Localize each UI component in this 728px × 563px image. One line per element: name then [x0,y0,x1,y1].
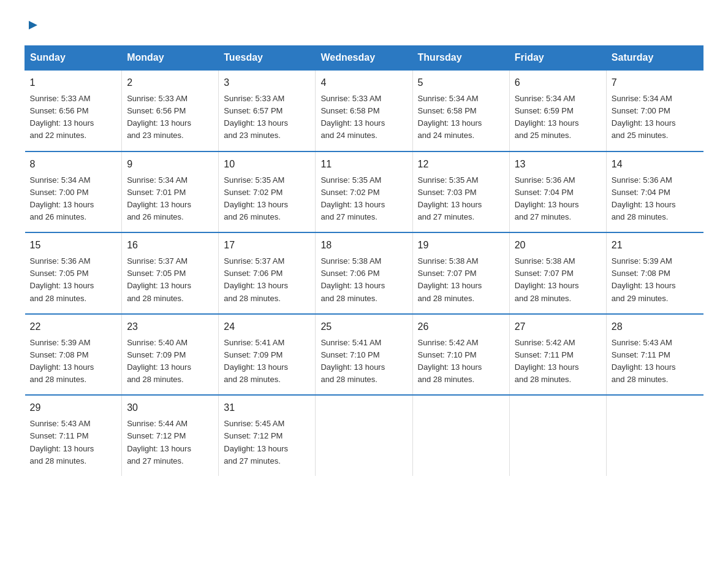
day-info: Sunrise: 5:33 AM Sunset: 6:56 PM Dayligh… [30,93,117,142]
day-number: 8 [30,157,117,172]
day-number: 14 [612,157,699,172]
calendar-week-3: 15Sunrise: 5:36 AM Sunset: 7:05 PM Dayli… [25,232,703,314]
day-info: Sunrise: 5:38 AM Sunset: 7:06 PM Dayligh… [320,255,407,305]
day-number: 20 [515,238,601,253]
day-info: Sunrise: 5:38 AM Sunset: 7:07 PM Dayligh… [418,255,504,305]
calendar-cell: 22Sunrise: 5:39 AM Sunset: 7:08 PM Dayli… [25,314,122,396]
day-number: 25 [320,320,407,334]
calendar-cell: 9Sunrise: 5:34 AM Sunset: 7:01 PM Daylig… [122,151,219,233]
day-info: Sunrise: 5:39 AM Sunset: 7:08 PM Dayligh… [612,255,699,305]
day-info: Sunrise: 5:35 AM Sunset: 7:02 PM Dayligh… [320,174,407,224]
day-number: 24 [224,320,310,334]
day-number: 12 [418,157,504,172]
day-info: Sunrise: 5:45 AM Sunset: 7:12 PM Dayligh… [224,418,310,467]
calendar-cell: 20Sunrise: 5:38 AM Sunset: 7:07 PM Dayli… [509,232,606,314]
day-number: 31 [224,400,310,415]
day-number: 21 [612,238,699,253]
day-number: 19 [418,238,504,253]
day-info: Sunrise: 5:33 AM Sunset: 6:58 PM Dayligh… [320,93,407,142]
day-info: Sunrise: 5:39 AM Sunset: 7:08 PM Dayligh… [30,337,117,386]
calendar-cell: 8Sunrise: 5:34 AM Sunset: 7:00 PM Daylig… [25,151,122,233]
day-info: Sunrise: 5:33 AM Sunset: 6:56 PM Dayligh… [127,93,213,142]
day-info: Sunrise: 5:38 AM Sunset: 7:07 PM Dayligh… [515,255,601,305]
day-info: Sunrise: 5:35 AM Sunset: 7:03 PM Dayligh… [418,174,504,224]
calendar-cell [509,395,606,476]
day-number: 27 [515,320,601,334]
day-number: 10 [224,157,310,172]
calendar-table: SundayMondayTuesdayWednesdayThursdayFrid… [25,45,703,476]
calendar-cell: 13Sunrise: 5:36 AM Sunset: 7:04 PM Dayli… [509,151,606,233]
calendar-cell: 21Sunrise: 5:39 AM Sunset: 7:08 PM Dayli… [606,232,703,314]
day-number: 3 [224,75,310,90]
calendar-cell [412,395,509,476]
day-number: 1 [30,75,117,90]
day-number: 15 [30,238,117,253]
day-info: Sunrise: 5:42 AM Sunset: 7:10 PM Dayligh… [418,337,504,386]
calendar-cell: 29Sunrise: 5:43 AM Sunset: 7:11 PM Dayli… [25,395,122,476]
day-number: 6 [515,75,601,90]
day-number: 30 [127,400,213,415]
calendar-cell: 6Sunrise: 5:34 AM Sunset: 6:59 PM Daylig… [509,70,606,151]
day-number: 5 [418,75,504,90]
calendar-cell: 30Sunrise: 5:44 AM Sunset: 7:12 PM Dayli… [122,395,219,476]
logo-arrow-icon [26,18,40,32]
day-number: 23 [127,320,213,334]
day-info: Sunrise: 5:35 AM Sunset: 7:02 PM Dayligh… [224,174,310,224]
calendar-cell: 2Sunrise: 5:33 AM Sunset: 6:56 PM Daylig… [122,70,219,151]
day-info: Sunrise: 5:33 AM Sunset: 6:57 PM Dayligh… [224,93,310,142]
calendar-cell: 7Sunrise: 5:34 AM Sunset: 7:00 PM Daylig… [606,70,703,151]
calendar-cell: 23Sunrise: 5:40 AM Sunset: 7:09 PM Dayli… [122,314,219,396]
calendar-header-sunday: Sunday [25,46,122,71]
day-info: Sunrise: 5:36 AM Sunset: 7:05 PM Dayligh… [30,255,117,305]
calendar-header-wednesday: Wednesday [316,46,412,71]
day-info: Sunrise: 5:34 AM Sunset: 6:58 PM Dayligh… [418,93,504,142]
day-number: 11 [320,157,407,172]
day-info: Sunrise: 5:36 AM Sunset: 7:04 PM Dayligh… [612,174,699,224]
calendar-cell: 18Sunrise: 5:38 AM Sunset: 7:06 PM Dayli… [316,232,412,314]
calendar-cell: 19Sunrise: 5:38 AM Sunset: 7:07 PM Dayli… [412,232,509,314]
calendar-cell: 26Sunrise: 5:42 AM Sunset: 7:10 PM Dayli… [412,314,509,396]
calendar-week-1: 1Sunrise: 5:33 AM Sunset: 6:56 PM Daylig… [25,70,703,151]
day-number: 16 [127,238,213,253]
day-number: 2 [127,75,213,90]
day-info: Sunrise: 5:41 AM Sunset: 7:09 PM Dayligh… [224,337,310,386]
calendar-cell: 1Sunrise: 5:33 AM Sunset: 6:56 PM Daylig… [25,70,122,151]
day-number: 18 [320,238,407,253]
day-info: Sunrise: 5:43 AM Sunset: 7:11 PM Dayligh… [612,337,699,386]
day-info: Sunrise: 5:37 AM Sunset: 7:06 PM Dayligh… [224,255,310,305]
calendar-week-4: 22Sunrise: 5:39 AM Sunset: 7:08 PM Dayli… [25,314,703,396]
calendar-cell [316,395,412,476]
day-info: Sunrise: 5:34 AM Sunset: 6:59 PM Dayligh… [515,93,601,142]
day-number: 4 [320,75,407,90]
calendar-header-thursday: Thursday [412,46,509,71]
day-info: Sunrise: 5:34 AM Sunset: 7:00 PM Dayligh… [30,174,117,224]
calendar-cell: 3Sunrise: 5:33 AM Sunset: 6:57 PM Daylig… [219,70,316,151]
day-info: Sunrise: 5:34 AM Sunset: 7:00 PM Dayligh… [612,93,699,142]
calendar-cell: 28Sunrise: 5:43 AM Sunset: 7:11 PM Dayli… [606,314,703,396]
calendar-cell: 4Sunrise: 5:33 AM Sunset: 6:58 PM Daylig… [316,70,412,151]
calendar-cell: 24Sunrise: 5:41 AM Sunset: 7:09 PM Dayli… [219,314,316,396]
day-info: Sunrise: 5:43 AM Sunset: 7:11 PM Dayligh… [30,418,117,467]
day-info: Sunrise: 5:34 AM Sunset: 7:01 PM Dayligh… [127,174,213,224]
logo [25,18,40,33]
calendar-cell: 12Sunrise: 5:35 AM Sunset: 7:03 PM Dayli… [412,151,509,233]
day-number: 9 [127,157,213,172]
day-info: Sunrise: 5:37 AM Sunset: 7:05 PM Dayligh… [127,255,213,305]
calendar-week-2: 8Sunrise: 5:34 AM Sunset: 7:00 PM Daylig… [25,151,703,233]
calendar-cell [606,395,703,476]
calendar-header-friday: Friday [509,46,606,71]
calendar-cell: 5Sunrise: 5:34 AM Sunset: 6:58 PM Daylig… [412,70,509,151]
day-info: Sunrise: 5:36 AM Sunset: 7:04 PM Dayligh… [515,174,601,224]
day-number: 13 [515,157,601,172]
day-number: 22 [30,320,117,334]
day-info: Sunrise: 5:40 AM Sunset: 7:09 PM Dayligh… [127,337,213,386]
day-number: 26 [418,320,504,334]
calendar-cell: 27Sunrise: 5:42 AM Sunset: 7:11 PM Dayli… [509,314,606,396]
svg-marker-0 [29,21,37,29]
calendar-header-monday: Monday [122,46,219,71]
day-number: 17 [224,238,310,253]
day-info: Sunrise: 5:44 AM Sunset: 7:12 PM Dayligh… [127,418,213,467]
day-number: 29 [30,400,117,415]
calendar-cell: 16Sunrise: 5:37 AM Sunset: 7:05 PM Dayli… [122,232,219,314]
calendar-week-5: 29Sunrise: 5:43 AM Sunset: 7:11 PM Dayli… [25,395,703,476]
